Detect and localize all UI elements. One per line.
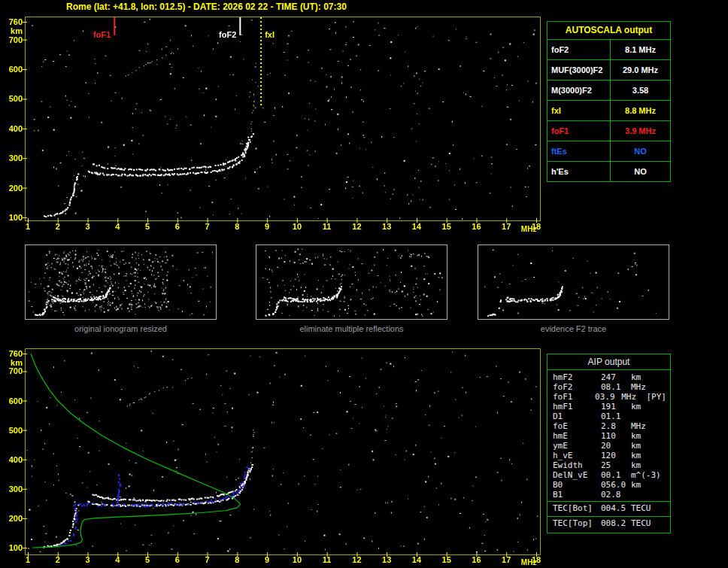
autoscala-row: MUF(3000)F229.0 MHz <box>548 59 670 80</box>
autoscala-param-label: foF1 <box>548 121 611 141</box>
aip-param-value: 20 <box>601 441 631 451</box>
aip-table-title: AIP output <box>548 354 670 370</box>
aip-row: B102.8 <box>548 490 670 500</box>
aip-param-value: 247 <box>601 372 631 382</box>
aip-param-value: 02.8 <box>601 490 631 500</box>
aip-row: foE2.8MHz <box>548 421 670 431</box>
aip-row: ymE20km <box>548 441 670 451</box>
aip-rows: hmF2247kmfoF208.1MHzfoF103.9MHz[PY]hmF11… <box>548 370 670 533</box>
autoscala-param-value: 3.9 MHz <box>611 121 670 141</box>
aip-param-unit: MHz <box>631 382 660 392</box>
aip-output-table: AIP output hmF2247kmfoF208.1MHzfoF103.9M… <box>547 354 671 533</box>
autoscala-param-label: M(3000)F2 <box>548 80 611 100</box>
top-ionogram-plot-canvas <box>0 12 549 239</box>
aip-param-value: 008.2 <box>601 518 631 530</box>
aip-row: foF103.9MHz[PY] <box>548 392 670 402</box>
aip-param-unit <box>631 412 660 421</box>
aip-param-unit: km <box>631 431 660 441</box>
aip-row: h_vE120km <box>548 451 670 460</box>
aip-row: Ewidth25km <box>548 460 670 470</box>
aip-param-note: [PY] <box>647 392 667 402</box>
aip-param-label: ymE <box>553 441 601 451</box>
aip-row: B0056.0km <box>548 480 670 490</box>
aip-param-label: foF1 <box>553 392 595 402</box>
aip-param-label: D1 <box>553 412 601 421</box>
autoscala-param-label: MUF(3000)F2 <box>548 60 611 80</box>
aip-param-unit <box>631 490 660 500</box>
aip-param-unit: MHz <box>621 392 646 402</box>
autoscala-row: ftEsNO <box>548 141 670 161</box>
autoscala-param-value: 29.0 MHz <box>611 60 670 80</box>
autoscala-param-label: fxI <box>548 101 611 120</box>
aip-param-unit: MHz <box>631 421 660 431</box>
autoscala-param-label: foF2 <box>548 40 611 59</box>
aip-param-unit: km <box>631 441 660 451</box>
aip-param-value: 01.1 <box>601 412 631 421</box>
aip-param-unit: TECU <box>631 503 660 515</box>
aip-param-value: 056.0 <box>601 480 631 490</box>
aip-row: D101.1 <box>548 412 670 421</box>
aip-param-label: B0 <box>553 480 601 490</box>
aip-param-value: 120 <box>601 451 631 460</box>
aip-param-value: 00.1 <box>601 470 631 480</box>
aip-param-value: 25 <box>601 460 631 470</box>
aip-param-label: foF2 <box>553 382 601 392</box>
aip-param-unit: TECU <box>631 518 660 530</box>
autoscala-param-label: ftEs <box>548 141 611 161</box>
autoscala-row: foF13.9 MHz <box>548 120 670 141</box>
aip-param-unit: km <box>631 480 660 490</box>
aip-param-value: 08.1 <box>601 382 631 392</box>
aip-param-label: foE <box>553 421 601 431</box>
thumbnail-multiple-reflections-canvas <box>256 245 447 320</box>
aip-row: hmF1191km <box>548 402 670 412</box>
aip-param-unit: km <box>631 402 660 412</box>
aip-row: TEC[Bot]004.5TECU <box>548 501 670 515</box>
aip-param-value: 2.8 <box>601 421 631 431</box>
aip-param-value: 191 <box>601 402 631 412</box>
thumbnail-caption-original: original ionogram resized <box>25 324 217 333</box>
aip-param-label: TEC[Top] <box>553 518 601 530</box>
aip-param-label: hmF1 <box>553 402 601 412</box>
aip-param-label: hmF2 <box>553 372 601 382</box>
aip-row: TEC[Top]008.2TECU <box>548 516 670 530</box>
aip-param-label: DelN_vE <box>553 470 601 480</box>
autoscala-param-value: 8.8 MHz <box>611 101 670 120</box>
aip-param-label: TEC[Bot] <box>553 503 601 515</box>
autoscala-param-value: NO <box>611 141 670 161</box>
thumbnail-caption-f2-trace: evidence F2 trace <box>478 324 669 333</box>
station-date-time-title: Rome (lat: +41.8, lon: 012.5) - DATE: 20… <box>66 2 347 12</box>
autoscala-param-value: 8.1 MHz <box>611 40 670 59</box>
aip-param-unit: km <box>631 372 660 382</box>
autoscala-app-window: Rome (lat: +41.8, lon: 012.5) - DATE: 20… <box>0 0 728 568</box>
autoscala-rows: foF28.1 MHzMUF(3000)F229.0 MHzM(3000)F23… <box>548 40 670 181</box>
autoscala-row: foF28.1 MHz <box>548 40 670 59</box>
aip-row: hmE110km <box>548 431 670 441</box>
aip-param-value: 004.5 <box>601 503 631 515</box>
autoscala-row: h'EsNO <box>548 161 670 181</box>
aip-param-label: Ewidth <box>553 460 601 470</box>
aip-param-unit: km <box>631 460 660 470</box>
thumbnail-caption-reflections: eliminate multiple reflections <box>256 324 447 333</box>
aip-param-unit: km <box>631 451 660 460</box>
bottom-ionogram-profile-canvas <box>0 342 549 567</box>
autoscala-param-label: h'Es <box>548 162 611 181</box>
aip-row: foF208.1MHz <box>548 382 670 392</box>
aip-param-label: hmE <box>553 431 601 441</box>
aip-row: hmF2247km <box>548 372 670 382</box>
aip-param-label: B1 <box>553 490 601 500</box>
aip-param-value: 03.9 <box>595 392 621 402</box>
aip-param-unit: m^(-3) <box>631 470 660 480</box>
aip-row: DelN_vE00.1m^(-3) <box>548 470 670 480</box>
autoscala-param-value: 3.58 <box>611 80 670 100</box>
aip-param-value: 110 <box>601 431 631 441</box>
autoscala-row: fxI8.8 MHz <box>548 100 670 120</box>
autoscala-table-title: AUTOSCALA output <box>548 22 670 40</box>
thumbnail-f2-trace-canvas <box>478 245 669 320</box>
aip-param-label: h_vE <box>553 451 601 460</box>
thumbnail-original-ionogram-canvas <box>25 245 217 320</box>
autoscala-output-table: AUTOSCALA output foF28.1 MHzMUF(3000)F22… <box>547 21 671 182</box>
autoscala-row: M(3000)F23.58 <box>548 80 670 100</box>
autoscala-param-value: NO <box>611 162 670 181</box>
